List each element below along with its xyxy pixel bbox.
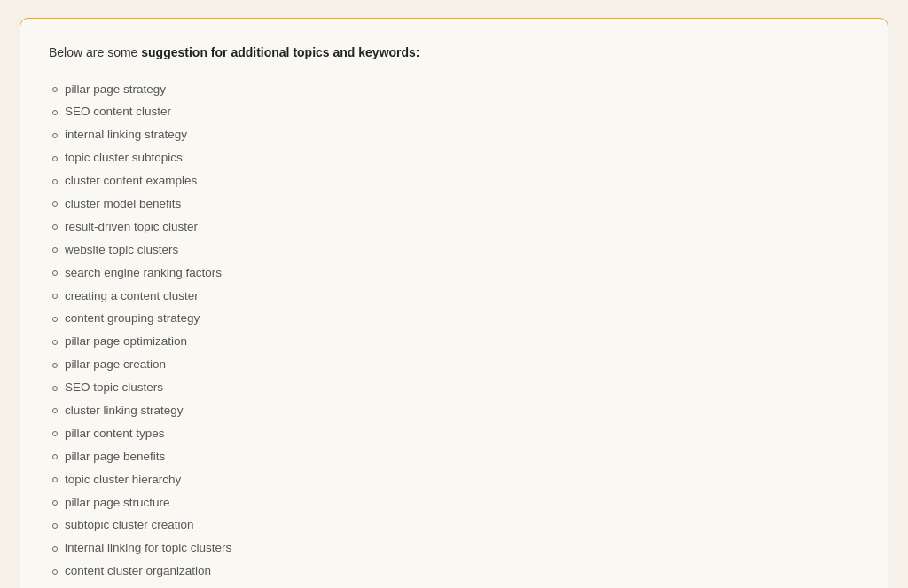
topic-label: pillar page creation xyxy=(65,357,166,373)
bullet-icon xyxy=(52,454,58,459)
topic-label: search engine ranking factors xyxy=(65,265,222,282)
list-item: cluster linking strategy xyxy=(49,399,859,422)
bullet-icon xyxy=(52,133,58,138)
topic-label: pillar content types xyxy=(65,426,165,443)
list-item: pillar page optimization xyxy=(49,331,859,354)
list-item: website topic clusters xyxy=(49,239,859,262)
bullet-icon xyxy=(52,340,58,345)
list-item: pillar page creation xyxy=(49,354,859,377)
topic-label: internal linking for topic clusters xyxy=(65,540,231,557)
suggestions-card: Below are some suggestion for additional… xyxy=(20,18,888,588)
bullet-icon xyxy=(52,500,58,506)
list-item: topic cluster subtopics xyxy=(49,147,859,170)
topic-label: pillar page structure xyxy=(65,495,170,512)
list-item: creating a content cluster xyxy=(49,285,859,308)
list-item: content grouping strategy xyxy=(49,308,859,331)
list-item: content cluster organization xyxy=(49,561,859,584)
topic-label: SEO topic clusters xyxy=(65,380,163,396)
topic-label: website topic clusters xyxy=(65,242,178,259)
bullet-icon xyxy=(52,270,58,276)
bullet-icon xyxy=(52,201,58,207)
bullet-icon xyxy=(52,363,58,368)
intro-prefix: Below are some xyxy=(49,45,141,59)
bullet-icon xyxy=(52,523,58,529)
list-item: pillar page structure xyxy=(49,491,859,514)
topic-label: SEO content cluster xyxy=(65,104,171,121)
topic-label: result-driven topic cluster xyxy=(65,219,198,236)
list-item: internal linking strategy xyxy=(49,124,859,147)
list-item: pillar page importance xyxy=(49,584,859,588)
list-item: SEO topic clusters xyxy=(49,377,859,400)
topic-label: cluster model benefits xyxy=(65,196,181,213)
topic-label: cluster content examples xyxy=(65,173,197,190)
bullet-icon xyxy=(52,569,58,575)
intro-bold: suggestion for additional topics and key… xyxy=(141,45,419,59)
topics-list: pillar page strategySEO content clusteri… xyxy=(49,78,859,588)
bullet-icon xyxy=(52,179,58,184)
topic-label: cluster linking strategy xyxy=(65,403,184,419)
topic-label: pillar page strategy xyxy=(65,82,166,98)
topic-label: pillar page benefits xyxy=(65,449,165,466)
list-item: result-driven topic cluster xyxy=(49,216,859,239)
topic-label: topic cluster hierarchy xyxy=(65,472,181,489)
bullet-icon xyxy=(52,408,58,413)
bullet-icon xyxy=(52,477,58,482)
bullet-icon xyxy=(52,386,58,391)
list-item: pillar page benefits xyxy=(49,445,859,468)
list-item: cluster model benefits xyxy=(49,192,859,216)
topic-label: creating a content cluster xyxy=(65,288,199,305)
bullet-icon xyxy=(52,431,58,436)
list-item: pillar content types xyxy=(49,422,859,445)
bullet-icon xyxy=(52,546,58,552)
list-item: search engine ranking factors xyxy=(49,262,859,285)
list-item: internal linking for topic clusters xyxy=(49,537,859,561)
topic-label: internal linking strategy xyxy=(65,127,187,144)
topic-label: content grouping strategy xyxy=(65,310,200,327)
bullet-icon xyxy=(52,156,58,161)
list-item: pillar page strategy xyxy=(49,78,859,101)
bullet-icon xyxy=(52,247,58,253)
intro-paragraph: Below are some suggestion for additional… xyxy=(49,43,859,62)
list-item: SEO content cluster xyxy=(49,101,859,124)
bullet-icon xyxy=(52,110,58,115)
bullet-icon xyxy=(52,224,58,230)
topic-label: topic cluster subtopics xyxy=(65,150,183,167)
topic-label: subtopic cluster creation xyxy=(65,517,194,534)
topic-label: content cluster organization xyxy=(65,563,211,580)
bullet-icon xyxy=(52,87,58,92)
bullet-icon xyxy=(52,294,58,299)
list-item: cluster content examples xyxy=(49,170,859,193)
list-item: topic cluster hierarchy xyxy=(49,468,859,491)
bullet-icon xyxy=(52,317,58,322)
topic-label: pillar page optimization xyxy=(65,333,187,350)
list-item: subtopic cluster creation xyxy=(49,514,859,537)
